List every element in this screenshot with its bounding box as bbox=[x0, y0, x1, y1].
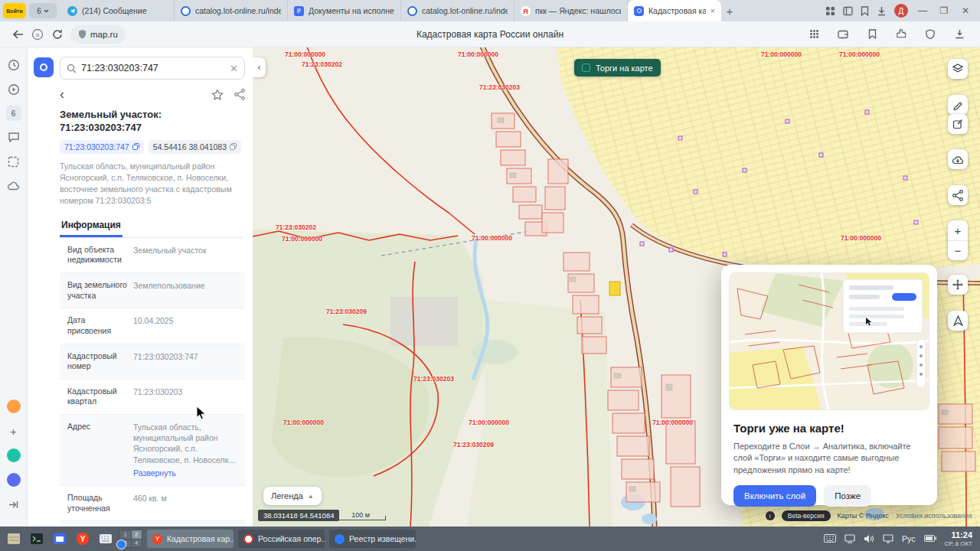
wallet-icon[interactable] bbox=[833, 24, 853, 44]
workspace-badge[interactable]: 6 bbox=[6, 106, 21, 121]
legend-button[interactable]: Легенда ▲ bbox=[263, 487, 322, 505]
telegram-icon bbox=[67, 6, 77, 16]
back-icon[interactable] bbox=[8, 24, 28, 44]
taskbar-window-ros-oper[interactable]: Российская опер... bbox=[238, 530, 325, 548]
add-panel-icon[interactable]: + bbox=[5, 422, 22, 439]
history-icon[interactable] bbox=[5, 57, 22, 73]
close-tab-icon[interactable]: × bbox=[710, 6, 715, 15]
taskbar-window-reestr[interactable]: Реестр извещени... bbox=[329, 530, 416, 548]
locate-button[interactable] bbox=[948, 311, 968, 331]
yandex-login-button[interactable]: Войти bbox=[3, 3, 26, 18]
chevron-down-icon bbox=[44, 9, 49, 13]
pan-button[interactable] bbox=[948, 275, 968, 295]
coordinates-chip[interactable]: 54.54416 38.041083 bbox=[149, 140, 241, 154]
torgi-checkbox[interactable] bbox=[582, 64, 590, 72]
collapse-sidebar-icon[interactable] bbox=[5, 496, 22, 513]
tab-yandex-search[interactable]: Я пкк — Яндекс: нашлось bbox=[514, 0, 628, 21]
layers-button[interactable] bbox=[948, 59, 968, 79]
alice-icon[interactable] bbox=[5, 471, 22, 488]
svg-text:Y: Y bbox=[80, 535, 86, 543]
panel-back-icon[interactable]: ‹ bbox=[60, 86, 77, 103]
search-box[interactable]: ✕ bbox=[60, 57, 245, 80]
expand-link[interactable]: Развернуть bbox=[133, 468, 176, 478]
language-indicator[interactable]: Рус bbox=[902, 534, 915, 543]
copy-icon bbox=[230, 143, 237, 150]
workspace-switcher-button[interactable]: 6 bbox=[29, 3, 57, 18]
video-play-icon[interactable] bbox=[5, 81, 22, 98]
attributes-table: Вид объекта недвижимостиЗемельный участо… bbox=[60, 238, 245, 527]
extensions-icon[interactable] bbox=[891, 24, 911, 44]
clear-search-icon[interactable]: ✕ bbox=[230, 63, 238, 74]
cadastral-label: 71:00:000000 bbox=[469, 419, 509, 426]
sidebar-panel-icon[interactable] bbox=[843, 6, 853, 16]
tab-cadastral-map-active[interactable]: Кадастровая карта Ро × bbox=[628, 0, 721, 21]
apps-grid-icon[interactable] bbox=[804, 24, 824, 44]
export-cloud-button[interactable] bbox=[948, 149, 968, 169]
new-tab-button[interactable]: + bbox=[721, 2, 738, 19]
refresh-icon[interactable] bbox=[47, 24, 67, 44]
later-button[interactable]: Позже bbox=[824, 485, 871, 507]
share-icon[interactable] bbox=[234, 89, 245, 100]
workspace-pager[interactable]: 1 2 3 4 bbox=[119, 530, 142, 548]
files-app-icon[interactable] bbox=[51, 530, 69, 548]
chat-icon[interactable] bbox=[5, 129, 22, 145]
cloud-icon[interactable] bbox=[5, 178, 22, 194]
screenshot-icon[interactable] bbox=[5, 153, 22, 170]
yandex-browser-icon[interactable]: Y bbox=[74, 530, 92, 548]
cadastral-label: 71:00:000000 bbox=[839, 51, 880, 58]
messenger-icon[interactable] bbox=[5, 447, 22, 464]
terms-link[interactable]: Условия использования bbox=[896, 512, 972, 520]
screen: Войти 6 (214) Сообщение catalog.lot-onli… bbox=[0, 0, 980, 551]
downloads-icon[interactable] bbox=[877, 6, 887, 16]
map-share-button[interactable] bbox=[948, 185, 968, 205]
tab-information[interactable]: Информация bbox=[60, 215, 122, 237]
tab-documents[interactable]: Документы на исполнени bbox=[288, 0, 401, 21]
map-ru-logo[interactable] bbox=[34, 57, 54, 77]
display-icon[interactable] bbox=[883, 534, 893, 543]
close-window-icon[interactable]: ✕ bbox=[959, 5, 972, 16]
tab-lot-online-1[interactable]: catalog.lot-online.ru/inde bbox=[175, 0, 288, 21]
ruler-button[interactable] bbox=[948, 95, 968, 115]
enable-layer-button[interactable]: Включить слой bbox=[733, 485, 816, 507]
profile-avatar[interactable]: Д bbox=[894, 4, 908, 18]
protect-shield-icon[interactable] bbox=[920, 24, 940, 44]
favorite-star-icon[interactable] bbox=[211, 89, 224, 100]
table-row-address: Адрес Тульская область, муниципальный ра… bbox=[60, 415, 245, 486]
download-tray-icon[interactable] bbox=[949, 24, 969, 44]
network-icon[interactable] bbox=[844, 534, 855, 543]
red-ring-favicon bbox=[243, 534, 253, 544]
file-manager-icon[interactable] bbox=[5, 530, 23, 548]
keyboard-app-icon[interactable] bbox=[96, 530, 115, 548]
zoom-out-button[interactable]: − bbox=[948, 240, 968, 260]
workspace-1[interactable]: 1 bbox=[120, 530, 131, 539]
info-icon[interactable]: i bbox=[766, 511, 775, 520]
emoji-smiley-icon[interactable] bbox=[5, 398, 22, 415]
collapse-panel-button[interactable]: ‹ bbox=[253, 57, 266, 77]
volume-icon[interactable] bbox=[864, 534, 874, 543]
tab-lot-online-2[interactable]: catalog.lot-online.ru/inde bbox=[401, 0, 514, 21]
tab-groups-icon[interactable] bbox=[825, 6, 835, 16]
zoom-in-button[interactable]: + bbox=[948, 220, 968, 240]
maximize-icon[interactable]: ❐ bbox=[937, 5, 951, 16]
table-row: Кадастровый номер71:23:030203:747 bbox=[60, 344, 245, 380]
keyboard-layout-icon[interactable] bbox=[824, 534, 836, 543]
tab-messages[interactable]: (214) Сообщение bbox=[61, 0, 175, 21]
cadastral-label: 71:00:000000 bbox=[472, 234, 512, 242]
site-address-chip[interactable]: map.ru bbox=[70, 25, 126, 44]
workspace-4[interactable]: 4 bbox=[132, 540, 142, 548]
workspace-2[interactable]: 2 bbox=[132, 530, 142, 539]
reader-mode-icon[interactable]: a bbox=[28, 24, 47, 44]
bookmark-icon[interactable] bbox=[862, 24, 882, 44]
edit-button[interactable] bbox=[948, 114, 968, 134]
taskbar-window-cadastral[interactable]: Y Кадастровая кар... bbox=[147, 530, 234, 548]
search-input[interactable] bbox=[81, 63, 225, 73]
torgi-on-map-button[interactable]: Торги на карте bbox=[574, 59, 661, 77]
bookmark-flag-icon[interactable] bbox=[861, 6, 869, 16]
clock[interactable]: 11:24 СР, 8 ОКТ bbox=[945, 530, 973, 547]
highlighted-parcel[interactable] bbox=[609, 282, 620, 295]
minimize-icon[interactable]: — bbox=[916, 5, 929, 16]
battery-icon[interactable] bbox=[924, 535, 936, 542]
cadastral-number-chip[interactable]: 71:23:030203:747 bbox=[60, 140, 144, 154]
terminal-icon[interactable] bbox=[28, 530, 46, 548]
table-row: Вид земельного участкаЗемлепользование bbox=[60, 273, 245, 308]
